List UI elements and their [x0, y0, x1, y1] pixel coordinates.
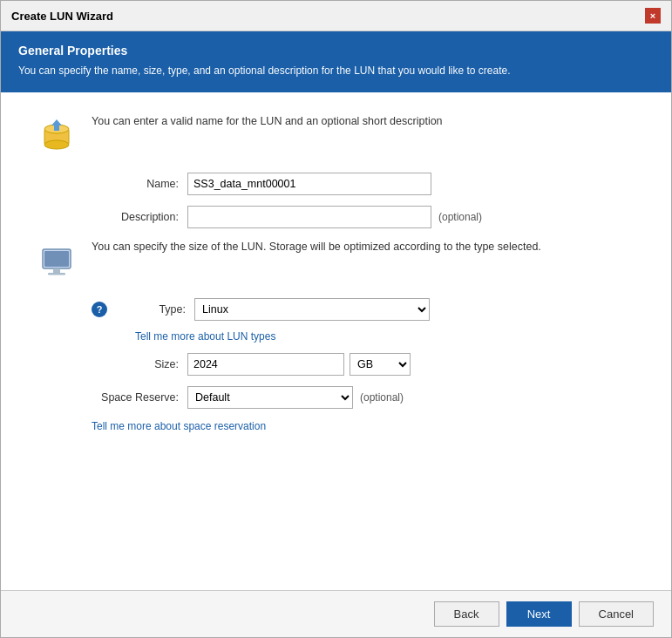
storage-icon-container — [36, 117, 78, 155]
name-form-area: Name: Description: (optional) — [92, 173, 636, 228]
header-description: You can specify the name, size, type, an… — [18, 63, 654, 78]
type-select[interactable]: Linux Windows VMware Solaris HP-UX AIX — [194, 298, 430, 321]
type-form-row: ? Type: Linux Windows VMware Solaris HP-… — [92, 298, 636, 321]
size-section-description: You can specify the size of the LUN. Sto… — [92, 239, 541, 255]
size-label: Size: — [92, 358, 179, 370]
space-reserve-label: Space Reserve: — [92, 391, 179, 404]
svg-rect-6 — [44, 251, 69, 267]
header-title: General Properties — [18, 44, 654, 58]
close-button[interactable]: × — [645, 8, 661, 24]
back-button[interactable]: Back — [434, 601, 499, 627]
svg-marker-3 — [51, 119, 62, 126]
name-section-row: You can enter a valid name for the LUN a… — [36, 113, 636, 155]
computer-icon — [37, 242, 76, 281]
dialog-title: Create LUN Wizard — [11, 10, 113, 23]
footer: Back Next Cancel — [1, 590, 671, 637]
cancel-button[interactable]: Cancel — [579, 601, 654, 627]
lun-types-link-row: Tell me more about LUN types — [135, 329, 636, 343]
description-label: Description: — [92, 211, 179, 223]
space-reserve-select[interactable]: Default None Full — [187, 386, 353, 409]
name-section-description: You can enter a valid name for the LUN a… — [92, 113, 443, 130]
title-bar: Create LUN Wizard × — [1, 1, 671, 31]
description-form-row: Description: (optional) — [92, 206, 636, 228]
name-label: Name: — [92, 178, 179, 190]
svg-rect-7 — [53, 268, 60, 273]
size-unit-select[interactable]: GB TB MB — [350, 353, 411, 376]
space-reservation-link[interactable]: Tell me more about space reservation — [92, 420, 266, 432]
size-form-row: Size: GB TB MB — [92, 353, 636, 376]
space-reservation-link-row: Tell me more about space reservation — [92, 419, 636, 432]
description-input[interactable] — [187, 206, 431, 228]
next-button[interactable]: Next — [506, 601, 572, 627]
description-optional: (optional) — [438, 211, 482, 223]
content-area: You can enter a valid name for the LUN a… — [1, 92, 671, 590]
size-form-area: Size: GB TB MB Space Reserve: Default No… — [92, 353, 636, 409]
svg-rect-4 — [54, 126, 59, 131]
size-section-row: You can specify the size of the LUN. Sto… — [36, 239, 636, 281]
name-form-row: Name: — [92, 173, 636, 195]
svg-point-2 — [44, 140, 69, 149]
space-reserve-form-row: Space Reserve: Default None Full (option… — [92, 386, 636, 409]
storage-icon — [37, 117, 76, 155]
size-input[interactable] — [187, 353, 344, 376]
type-help-icon[interactable]: ? — [92, 302, 107, 317]
svg-rect-8 — [48, 273, 65, 275]
header-section: General Properties You can specify the n… — [1, 31, 671, 92]
space-reserve-optional: (optional) — [360, 391, 404, 404]
type-label: Type: — [111, 303, 186, 316]
create-lun-wizard-dialog: Create LUN Wizard × General Properties Y… — [0, 0, 672, 638]
lun-types-link[interactable]: Tell me more about LUN types — [135, 330, 275, 343]
computer-icon-container — [36, 242, 78, 281]
name-input[interactable] — [187, 173, 431, 195]
type-form-area: ? Type: Linux Windows VMware Solaris HP-… — [92, 298, 636, 321]
